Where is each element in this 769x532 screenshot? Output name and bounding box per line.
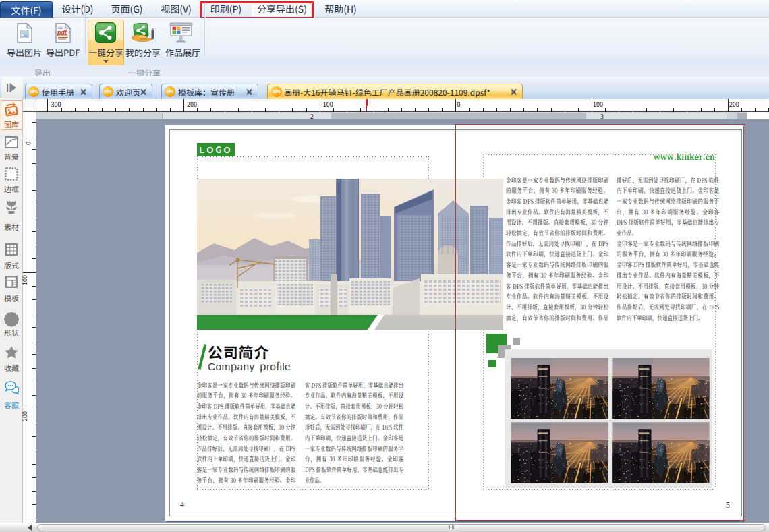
svg-text:pdf: pdf — [57, 29, 67, 36]
